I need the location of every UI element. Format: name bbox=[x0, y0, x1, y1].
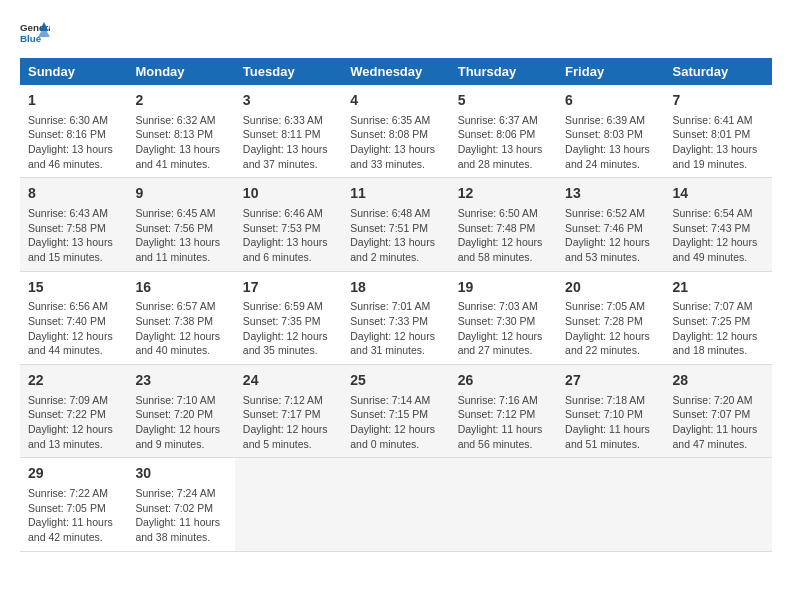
day-number: 8 bbox=[28, 184, 119, 204]
day-cell: 23Sunrise: 7:10 AMSunset: 7:20 PMDayligh… bbox=[127, 365, 234, 458]
day-number: 29 bbox=[28, 464, 119, 484]
day-cell: 4Sunrise: 6:35 AMSunset: 8:08 PMDaylight… bbox=[342, 85, 449, 178]
calendar-body: 1Sunrise: 6:30 AMSunset: 8:16 PMDaylight… bbox=[20, 85, 772, 551]
day-cell: 14Sunrise: 6:54 AMSunset: 7:43 PMDayligh… bbox=[665, 178, 772, 271]
day-cell bbox=[342, 458, 449, 551]
day-cell: 13Sunrise: 6:52 AMSunset: 7:46 PMDayligh… bbox=[557, 178, 664, 271]
day-number: 23 bbox=[135, 371, 226, 391]
day-info: Sunrise: 6:50 AMSunset: 7:48 PMDaylight:… bbox=[458, 206, 549, 265]
day-number: 25 bbox=[350, 371, 441, 391]
day-info: Sunrise: 7:05 AMSunset: 7:28 PMDaylight:… bbox=[565, 299, 656, 358]
day-cell: 28Sunrise: 7:20 AMSunset: 7:07 PMDayligh… bbox=[665, 365, 772, 458]
day-cell: 20Sunrise: 7:05 AMSunset: 7:28 PMDayligh… bbox=[557, 271, 664, 364]
day-cell bbox=[557, 458, 664, 551]
week-row-1: 1Sunrise: 6:30 AMSunset: 8:16 PMDaylight… bbox=[20, 85, 772, 178]
day-cell: 2Sunrise: 6:32 AMSunset: 8:13 PMDaylight… bbox=[127, 85, 234, 178]
day-cell: 17Sunrise: 6:59 AMSunset: 7:35 PMDayligh… bbox=[235, 271, 342, 364]
day-number: 21 bbox=[673, 278, 764, 298]
day-number: 17 bbox=[243, 278, 334, 298]
day-cell: 9Sunrise: 6:45 AMSunset: 7:56 PMDaylight… bbox=[127, 178, 234, 271]
day-info: Sunrise: 6:57 AMSunset: 7:38 PMDaylight:… bbox=[135, 299, 226, 358]
day-info: Sunrise: 6:35 AMSunset: 8:08 PMDaylight:… bbox=[350, 113, 441, 172]
day-number: 11 bbox=[350, 184, 441, 204]
day-cell: 16Sunrise: 6:57 AMSunset: 7:38 PMDayligh… bbox=[127, 271, 234, 364]
day-cell: 12Sunrise: 6:50 AMSunset: 7:48 PMDayligh… bbox=[450, 178, 557, 271]
day-info: Sunrise: 7:18 AMSunset: 7:10 PMDaylight:… bbox=[565, 393, 656, 452]
day-number: 26 bbox=[458, 371, 549, 391]
day-number: 4 bbox=[350, 91, 441, 111]
day-cell bbox=[450, 458, 557, 551]
day-info: Sunrise: 6:30 AMSunset: 8:16 PMDaylight:… bbox=[28, 113, 119, 172]
day-number: 9 bbox=[135, 184, 226, 204]
day-number: 18 bbox=[350, 278, 441, 298]
day-info: Sunrise: 7:03 AMSunset: 7:30 PMDaylight:… bbox=[458, 299, 549, 358]
day-cell: 30Sunrise: 7:24 AMSunset: 7:02 PMDayligh… bbox=[127, 458, 234, 551]
day-info: Sunrise: 7:01 AMSunset: 7:33 PMDaylight:… bbox=[350, 299, 441, 358]
day-number: 16 bbox=[135, 278, 226, 298]
header-saturday: Saturday bbox=[665, 58, 772, 85]
header-tuesday: Tuesday bbox=[235, 58, 342, 85]
day-cell: 21Sunrise: 7:07 AMSunset: 7:25 PMDayligh… bbox=[665, 271, 772, 364]
header-friday: Friday bbox=[557, 58, 664, 85]
day-info: Sunrise: 7:07 AMSunset: 7:25 PMDaylight:… bbox=[673, 299, 764, 358]
day-number: 22 bbox=[28, 371, 119, 391]
day-info: Sunrise: 7:22 AMSunset: 7:05 PMDaylight:… bbox=[28, 486, 119, 545]
week-row-5: 29Sunrise: 7:22 AMSunset: 7:05 PMDayligh… bbox=[20, 458, 772, 551]
day-cell: 8Sunrise: 6:43 AMSunset: 7:58 PMDaylight… bbox=[20, 178, 127, 271]
day-info: Sunrise: 6:46 AMSunset: 7:53 PMDaylight:… bbox=[243, 206, 334, 265]
header-sunday: Sunday bbox=[20, 58, 127, 85]
day-info: Sunrise: 7:20 AMSunset: 7:07 PMDaylight:… bbox=[673, 393, 764, 452]
day-info: Sunrise: 7:24 AMSunset: 7:02 PMDaylight:… bbox=[135, 486, 226, 545]
day-cell: 25Sunrise: 7:14 AMSunset: 7:15 PMDayligh… bbox=[342, 365, 449, 458]
calendar-header: SundayMondayTuesdayWednesdayThursdayFrid… bbox=[20, 58, 772, 85]
day-cell: 19Sunrise: 7:03 AMSunset: 7:30 PMDayligh… bbox=[450, 271, 557, 364]
day-number: 14 bbox=[673, 184, 764, 204]
day-number: 19 bbox=[458, 278, 549, 298]
day-info: Sunrise: 6:39 AMSunset: 8:03 PMDaylight:… bbox=[565, 113, 656, 172]
day-info: Sunrise: 6:52 AMSunset: 7:46 PMDaylight:… bbox=[565, 206, 656, 265]
day-number: 10 bbox=[243, 184, 334, 204]
day-cell: 11Sunrise: 6:48 AMSunset: 7:51 PMDayligh… bbox=[342, 178, 449, 271]
day-info: Sunrise: 7:09 AMSunset: 7:22 PMDaylight:… bbox=[28, 393, 119, 452]
day-info: Sunrise: 6:54 AMSunset: 7:43 PMDaylight:… bbox=[673, 206, 764, 265]
day-cell: 1Sunrise: 6:30 AMSunset: 8:16 PMDaylight… bbox=[20, 85, 127, 178]
day-number: 15 bbox=[28, 278, 119, 298]
day-info: Sunrise: 7:16 AMSunset: 7:12 PMDaylight:… bbox=[458, 393, 549, 452]
day-info: Sunrise: 6:56 AMSunset: 7:40 PMDaylight:… bbox=[28, 299, 119, 358]
week-row-2: 8Sunrise: 6:43 AMSunset: 7:58 PMDaylight… bbox=[20, 178, 772, 271]
day-info: Sunrise: 6:45 AMSunset: 7:56 PMDaylight:… bbox=[135, 206, 226, 265]
day-number: 12 bbox=[458, 184, 549, 204]
day-number: 2 bbox=[135, 91, 226, 111]
day-number: 7 bbox=[673, 91, 764, 111]
day-cell bbox=[665, 458, 772, 551]
general-blue-logo: General Blue bbox=[20, 20, 50, 48]
day-info: Sunrise: 6:37 AMSunset: 8:06 PMDaylight:… bbox=[458, 113, 549, 172]
day-cell: 10Sunrise: 6:46 AMSunset: 7:53 PMDayligh… bbox=[235, 178, 342, 271]
day-cell: 27Sunrise: 7:18 AMSunset: 7:10 PMDayligh… bbox=[557, 365, 664, 458]
day-number: 3 bbox=[243, 91, 334, 111]
day-cell: 6Sunrise: 6:39 AMSunset: 8:03 PMDaylight… bbox=[557, 85, 664, 178]
day-cell: 24Sunrise: 7:12 AMSunset: 7:17 PMDayligh… bbox=[235, 365, 342, 458]
day-cell: 5Sunrise: 6:37 AMSunset: 8:06 PMDaylight… bbox=[450, 85, 557, 178]
day-number: 24 bbox=[243, 371, 334, 391]
day-number: 6 bbox=[565, 91, 656, 111]
header-thursday: Thursday bbox=[450, 58, 557, 85]
day-number: 27 bbox=[565, 371, 656, 391]
day-number: 20 bbox=[565, 278, 656, 298]
day-info: Sunrise: 6:43 AMSunset: 7:58 PMDaylight:… bbox=[28, 206, 119, 265]
header-wednesday: Wednesday bbox=[342, 58, 449, 85]
day-info: Sunrise: 7:12 AMSunset: 7:17 PMDaylight:… bbox=[243, 393, 334, 452]
day-number: 1 bbox=[28, 91, 119, 111]
day-info: Sunrise: 6:41 AMSunset: 8:01 PMDaylight:… bbox=[673, 113, 764, 172]
day-cell: 22Sunrise: 7:09 AMSunset: 7:22 PMDayligh… bbox=[20, 365, 127, 458]
header-monday: Monday bbox=[127, 58, 234, 85]
day-cell bbox=[235, 458, 342, 551]
svg-text:Blue: Blue bbox=[20, 33, 42, 44]
day-cell: 29Sunrise: 7:22 AMSunset: 7:05 PMDayligh… bbox=[20, 458, 127, 551]
week-row-4: 22Sunrise: 7:09 AMSunset: 7:22 PMDayligh… bbox=[20, 365, 772, 458]
day-info: Sunrise: 7:14 AMSunset: 7:15 PMDaylight:… bbox=[350, 393, 441, 452]
day-info: Sunrise: 7:10 AMSunset: 7:20 PMDaylight:… bbox=[135, 393, 226, 452]
day-info: Sunrise: 6:59 AMSunset: 7:35 PMDaylight:… bbox=[243, 299, 334, 358]
day-info: Sunrise: 6:48 AMSunset: 7:51 PMDaylight:… bbox=[350, 206, 441, 265]
day-cell: 15Sunrise: 6:56 AMSunset: 7:40 PMDayligh… bbox=[20, 271, 127, 364]
